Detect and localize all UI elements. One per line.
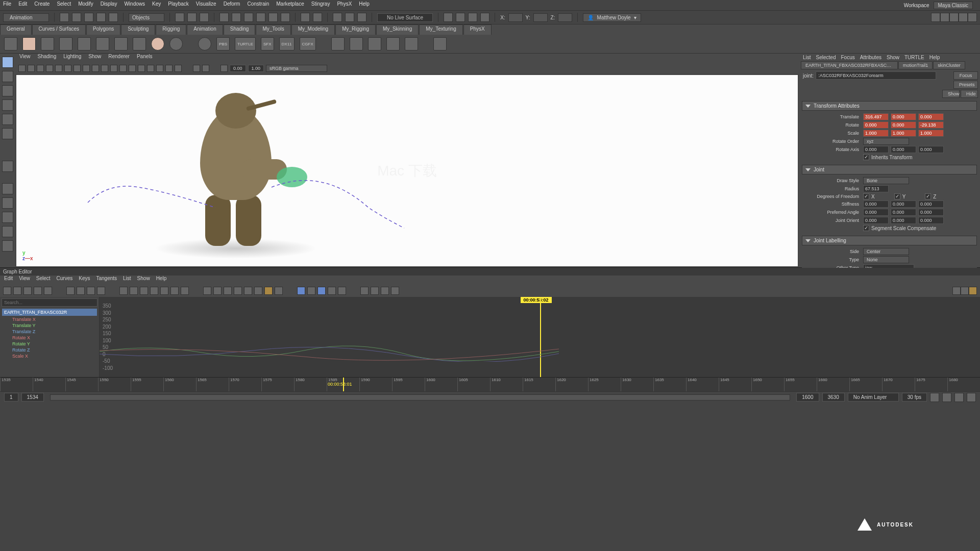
shelf-material-icon[interactable]: [22, 37, 36, 51]
shelf-sfx-button[interactable]: SFX: [261, 37, 274, 51]
time-slider[interactable]: 1535154015451550155515601565157015751580…: [0, 377, 980, 391]
ge-autofit-icon[interactable]: [97, 287, 105, 295]
rotate-x[interactable]: 0.000: [863, 121, 889, 129]
ge-curve-smoothness-icon[interactable]: [381, 287, 389, 295]
draw-style-dropdown[interactable]: Bone: [863, 177, 909, 184]
outliner-pane-icon[interactable]: [2, 226, 13, 237]
type-dropdown[interactable]: None: [863, 256, 909, 263]
attr-menu-attributes[interactable]: Attributes: [860, 55, 881, 60]
render-icon[interactable]: [456, 13, 465, 22]
open-scene-icon[interactable]: [72, 13, 81, 22]
ge-node-item[interactable]: EARTH_TITAN_FBXASC032R: [2, 309, 97, 316]
ge-absolute-icon[interactable]: [307, 287, 315, 295]
ge-frame-playback-icon[interactable]: [77, 287, 85, 295]
menu-windows[interactable]: Windows: [124, 1, 145, 9]
ge-swap-buffer-icon[interactable]: [213, 287, 222, 295]
ge-menu-curves[interactable]: Curves: [57, 276, 73, 285]
attr-menu-show[interactable]: Show: [887, 55, 899, 60]
select-by-hierarchy-icon[interactable]: [175, 13, 184, 22]
snap-grid-icon[interactable]: [219, 13, 229, 22]
shelf-render-sphere-icon[interactable]: [198, 37, 211, 51]
gate-mask-icon[interactable]: [147, 65, 154, 72]
ge-auto-tangent-icon[interactable]: [181, 287, 189, 295]
shelf-tab-myrigging[interactable]: My_Rigging: [335, 24, 376, 35]
fps-display[interactable]: 30 fps: [902, 393, 927, 402]
ge-stacked-icon[interactable]: [317, 287, 326, 295]
symmetry-icon[interactable]: [444, 13, 453, 22]
attr-tab-skincluster[interactable]: skinCluster: [933, 61, 965, 69]
xray-icon[interactable]: [92, 65, 99, 72]
shelf-tab-mymodeling[interactable]: My_Modeling: [291, 24, 335, 35]
ge-flat-tangent-icon[interactable]: [160, 287, 168, 295]
attribute-editor-icon[interactable]: [949, 13, 959, 22]
account-button[interactable]: 👤Matthew Doyle▾: [583, 13, 641, 22]
ge-playhead[interactable]: [540, 297, 541, 377]
bookmark-icon[interactable]: [202, 65, 209, 72]
render-settings-icon[interactable]: [480, 13, 489, 22]
image-plane-icon[interactable]: [193, 65, 200, 72]
isolate-select-icon[interactable]: [18, 65, 26, 72]
pref-angle-y[interactable]: 0.000: [891, 209, 916, 216]
current-frame-field[interactable]: 1534: [21, 393, 44, 402]
lasso-tool[interactable]: [2, 71, 13, 82]
stiffness-x[interactable]: 0.000: [863, 201, 889, 208]
wireframe-icon[interactable]: [28, 65, 35, 72]
ge-pre-infinity-icon[interactable]: [360, 287, 369, 295]
ge-insert-key-icon[interactable]: [13, 287, 21, 295]
anim-layer-dropdown[interactable]: No Anim Layer: [848, 393, 899, 402]
menu-physx[interactable]: PhysX: [337, 1, 352, 9]
attr-menu-focus[interactable]: Focus: [841, 55, 854, 60]
pref-angle-z[interactable]: 0.000: [918, 209, 944, 216]
redo-icon[interactable]: [109, 13, 118, 22]
menu-set-selector[interactable]: Animation: [3, 13, 49, 22]
ge-menu-tangents[interactable]: Tangents: [96, 276, 117, 285]
gamma-value[interactable]: 1.00: [248, 65, 264, 72]
shelf-spotlight-icon[interactable]: [78, 37, 91, 51]
film-gate-icon[interactable]: [129, 65, 136, 72]
anim-end-field[interactable]: 3630: [822, 393, 845, 402]
coord-y-input[interactable]: [533, 13, 548, 22]
ge-time-snap-icon[interactable]: [264, 287, 273, 295]
snap-curve-icon[interactable]: [232, 13, 241, 22]
safe-action-icon[interactable]: [165, 65, 173, 72]
scale-y[interactable]: 1.000: [891, 130, 916, 137]
grid-icon[interactable]: [119, 65, 127, 72]
ge-channel-item[interactable]: Translate X: [0, 316, 99, 322]
menu-deform[interactable]: Deform: [224, 1, 240, 9]
shelf-tab-physx[interactable]: PhysX: [463, 24, 492, 35]
field-chart-icon[interactable]: [156, 65, 163, 72]
modeling-toolkit-icon[interactable]: [931, 13, 940, 22]
ge-lattice-icon[interactable]: [23, 287, 32, 295]
shelf-turtle-button[interactable]: TURTLE: [235, 37, 256, 51]
color-management-dropdown[interactable]: sRGB gamma: [266, 65, 327, 72]
stiffness-z[interactable]: 0.000: [918, 201, 944, 208]
last-tool[interactable]: [2, 161, 13, 172]
scale-tool[interactable]: [2, 128, 13, 139]
ge-search-input[interactable]: [2, 298, 97, 307]
ge-add-bookmark-icon[interactable]: [952, 287, 961, 295]
construction-history-icon[interactable]: [357, 13, 366, 22]
joint-header[interactable]: Joint: [802, 165, 977, 174]
joint-orient-y[interactable]: 0.000: [891, 217, 916, 224]
ge-move-key-icon[interactable]: [3, 287, 11, 295]
menu-visualize[interactable]: Visualize: [196, 1, 216, 9]
coord-x-input[interactable]: [508, 13, 523, 22]
rotate-tool[interactable]: [2, 114, 13, 125]
xray-joints-icon[interactable]: [101, 65, 108, 72]
ge-channel-item[interactable]: Rotate Z: [0, 347, 99, 353]
textured-icon[interactable]: [46, 65, 53, 72]
shelf-tab-mytools[interactable]: My_Tools: [256, 24, 290, 35]
shelf-tab-curves[interactable]: Curves / Surfaces: [32, 24, 86, 35]
ge-free-tangent-icon[interactable]: [244, 287, 252, 295]
menu-edit[interactable]: Edit: [18, 1, 27, 9]
ge-unify-tangent-icon[interactable]: [234, 287, 242, 295]
select-by-component-icon[interactable]: [200, 13, 209, 22]
menu-marketplace[interactable]: Marketplace: [276, 1, 304, 9]
undo-icon[interactable]: [96, 13, 106, 22]
shelf-tab-general[interactable]: General: [0, 24, 32, 35]
side-dropdown[interactable]: Center: [863, 248, 909, 255]
attr-menu-turtle[interactable]: TURTLE: [904, 55, 924, 60]
menu-modify[interactable]: Modify: [78, 1, 93, 9]
show-button[interactable]: Show: [942, 90, 960, 98]
shadows-icon[interactable]: [64, 65, 71, 72]
